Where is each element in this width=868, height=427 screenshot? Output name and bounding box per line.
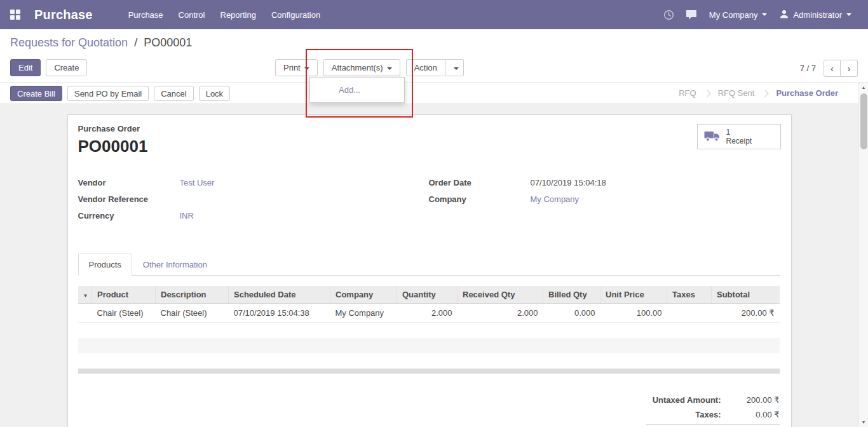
caret-down-icon: ▼	[83, 293, 88, 299]
field-group-right: Order Date 07/10/2019 15:04:18 Company M…	[429, 178, 780, 227]
column-header-subtotal[interactable]: Subtotal	[712, 286, 780, 304]
order-date-field: Order Date 07/10/2019 15:04:18	[429, 178, 780, 189]
breadcrumb-parent-link[interactable]: Requests for Quotation	[10, 36, 128, 49]
cell-company: My Company	[330, 304, 397, 323]
form-sheet: 1 Receipt Purchase Order PO00001 Vendor …	[67, 114, 792, 427]
totals-block: Untaxed Amount: 200.00 ₹ Taxes: 0.00 ₹ T…	[646, 393, 780, 427]
send-po-email-button[interactable]: Send PO by Email	[67, 86, 149, 101]
pager-count[interactable]: 7 / 7	[800, 64, 816, 73]
vendor-value-link[interactable]: Test User	[180, 178, 215, 189]
notebook-tabs: Products Other Information	[78, 253, 780, 276]
column-header-product[interactable]: Product	[92, 286, 156, 304]
empty-list-row	[78, 353, 780, 369]
apps-menu-icon[interactable]	[10, 10, 20, 20]
print-menu-button[interactable]: Print	[275, 59, 318, 76]
column-header-company[interactable]: Company	[330, 286, 397, 304]
activities-clock-icon[interactable]	[658, 6, 680, 24]
pager-next-button[interactable]: ›	[841, 60, 858, 77]
cell-quantity: 2.000	[397, 304, 458, 323]
order-date-value: 07/10/2019 15:04:18	[531, 178, 606, 189]
currency-value-link[interactable]: INR	[180, 211, 194, 222]
topbar: Purchase Purchase Control Reporting Conf…	[0, 0, 868, 29]
column-header-scheduled-date[interactable]: Scheduled Date	[229, 286, 330, 304]
create-button[interactable]: Create	[46, 59, 87, 76]
order-date-label: Order Date	[429, 178, 531, 189]
cell-billed-qty: 0.000	[543, 304, 600, 323]
field-group-left: Vendor Test User Vendor Reference Curren…	[78, 178, 429, 227]
topnav: Purchase Control Reporting Configuration	[121, 6, 329, 24]
tab-products[interactable]: Products	[78, 254, 132, 276]
receipt-stat-button[interactable]: 1 Receipt	[697, 124, 781, 149]
status-step-rfq-sent[interactable]: RFQ Sent	[710, 88, 763, 98]
scroll-thumb[interactable]	[860, 93, 867, 149]
cell-scheduled-date: 07/10/2019 15:04:38	[229, 304, 330, 323]
cancel-button[interactable]: Cancel	[154, 86, 193, 101]
cell-caret	[78, 304, 92, 323]
column-header-billed-qty[interactable]: Billed Qty	[543, 286, 600, 304]
chevron-down-icon	[846, 13, 851, 16]
cell-subtotal: 200.00 ₹	[712, 304, 780, 323]
taxes-row: Taxes: 0.00 ₹	[646, 407, 780, 422]
screen: Purchase Purchase Control Reporting Conf…	[0, 0, 868, 427]
user-avatar-icon	[780, 10, 789, 20]
pager-previous-button[interactable]: ‹	[824, 60, 841, 77]
create-bill-button[interactable]: Create Bill	[10, 86, 62, 101]
scroll-up-arrow[interactable]: ▲	[859, 83, 868, 92]
receipt-stat-text: 1 Receipt	[726, 128, 752, 146]
tab-other-information[interactable]: Other Information	[132, 254, 218, 276]
messages-chat-icon[interactable]	[680, 6, 703, 24]
form-view-background: 1 Receipt Purchase Order PO00001 Vendor …	[0, 104, 858, 427]
user-menu-label: Administrator	[793, 10, 842, 20]
vendor-reference-field: Vendor Reference	[78, 194, 429, 205]
breadcrumb-current: PO00001	[144, 36, 192, 49]
topbar-menu-reporting[interactable]: Reporting	[213, 6, 264, 24]
doc-name: PO00001	[78, 137, 780, 156]
topbar-menu-configuration[interactable]: Configuration	[264, 6, 328, 24]
chevron-down-icon	[387, 67, 392, 70]
view-buttons: Edit Create	[10, 59, 87, 76]
total-row: Total: 200.00 ₹	[646, 424, 780, 427]
lock-button[interactable]: Lock	[199, 86, 230, 101]
empty-list-row	[78, 338, 780, 353]
company-switcher[interactable]: My Company	[703, 6, 774, 24]
breadcrumb: Requests for Quotation / PO00001	[0, 29, 868, 55]
currency-label: Currency	[78, 211, 180, 222]
column-header-description[interactable]: Description	[156, 286, 229, 304]
expand-caret-header[interactable]: ▼	[78, 286, 92, 304]
company-switcher-label: My Company	[709, 10, 758, 20]
app-name: Purchase	[34, 8, 93, 22]
column-header-quantity[interactable]: Quantity	[397, 286, 458, 304]
pager-buttons: ‹ ›	[824, 60, 858, 77]
attachments-menu-button[interactable]: Attachment(s)	[323, 59, 400, 76]
scrollbar[interactable]: ▲ ▼	[858, 83, 868, 427]
attachment-dropdown: Add...	[309, 77, 405, 103]
company-value-link[interactable]: My Company	[531, 194, 580, 205]
topbar-menu-control[interactable]: Control	[171, 6, 213, 24]
edit-button[interactable]: Edit	[10, 59, 41, 76]
form-header-buttons: Create Bill Send PO by Email Cancel Lock	[10, 86, 230, 101]
cell-description: Chair (Steel)	[156, 304, 229, 323]
action-menu-button[interactable]: Action	[406, 59, 445, 76]
status-step-rfq[interactable]: RFQ	[670, 88, 704, 98]
column-header-received-qty[interactable]: Received Qty	[458, 286, 543, 304]
vendor-reference-label: Vendor Reference	[78, 194, 180, 205]
column-header-taxes[interactable]: Taxes	[667, 286, 712, 304]
status-step-purchase-order[interactable]: Purchase Order	[768, 88, 846, 98]
topbar-menu-purchase[interactable]: Purchase	[121, 6, 171, 24]
action-menus: Print Attachment(s) Action	[275, 59, 464, 76]
column-header-unit-price[interactable]: Unit Price	[600, 286, 667, 304]
company-label: Company	[429, 194, 531, 205]
vendor-field: Vendor Test User	[78, 178, 429, 189]
user-menu[interactable]: Administrator	[773, 6, 858, 24]
attachment-add-item[interactable]: Add...	[310, 81, 404, 98]
table-row[interactable]: Chair (Steel) Chair (Steel) 07/10/2019 1…	[78, 304, 780, 323]
cell-received-qty: 2.000	[458, 304, 543, 323]
chevron-down-icon	[454, 67, 459, 70]
statusbar: RFQ RFQ Sent Purchase Order	[670, 88, 846, 98]
table-header-row: ▼ Product Description Scheduled Date Com…	[78, 286, 780, 304]
taxes-label: Taxes:	[646, 410, 721, 419]
list-bottom-divider	[78, 369, 780, 374]
action-caret-button[interactable]	[445, 59, 464, 76]
scroll-down-arrow[interactable]: ▼	[859, 417, 868, 427]
control-panel: Edit Create Print Attachment(s) Action 7…	[0, 55, 868, 83]
